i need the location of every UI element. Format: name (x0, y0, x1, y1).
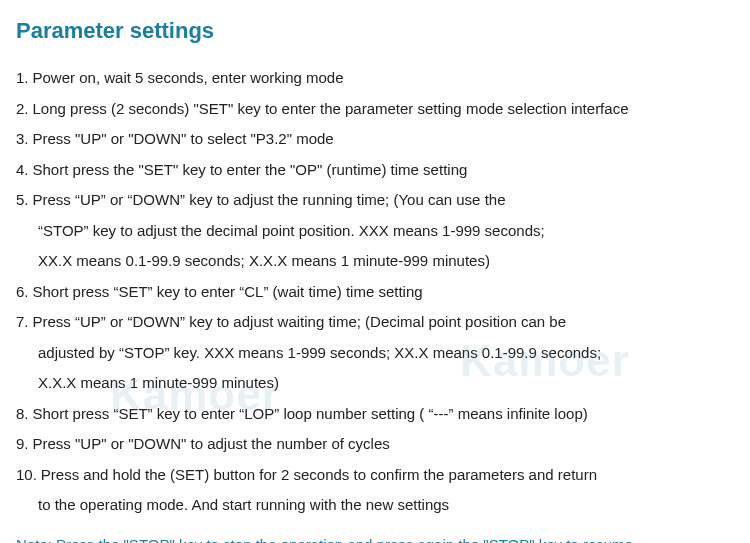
instruction-list: 1.Power on, wait 5 seconds, enter workin… (16, 64, 734, 520)
instruction-step: 10.Press and hold the (SET) button for 2… (16, 461, 734, 490)
step-text: Press “UP” or “DOWN” key to adjust waiti… (33, 308, 734, 337)
step-text-continuation: “STOP” key to adjust the decimal point p… (16, 217, 734, 246)
step-number: 2. (16, 95, 29, 124)
step-text: Press "UP" or "DOWN" to adjust the numbe… (33, 430, 734, 459)
instruction-step: 9.Press "UP" or "DOWN" to adjust the num… (16, 430, 734, 459)
step-text-continuation: X.X.X means 1 minute-999 minutes) (16, 369, 734, 398)
step-number: 10. (16, 461, 37, 490)
step-text: Press and hold the (SET) button for 2 se… (41, 461, 734, 490)
step-number: 8. (16, 400, 29, 429)
step-text-continuation: adjusted by “STOP” key. XXX means 1-999 … (16, 339, 734, 368)
step-number: 6. (16, 278, 29, 307)
instruction-step: 3.Press "UP" or "DOWN" to select "P3.2" … (16, 125, 734, 154)
instruction-step: 2.Long press (2 seconds) "SET" key to en… (16, 95, 734, 124)
step-number: 4. (16, 156, 29, 185)
step-text: Short press the "SET" key to enter the "… (33, 156, 734, 185)
step-text: Press "UP" or "DOWN" to select "P3.2" mo… (33, 125, 734, 154)
step-text: Long press (2 seconds) "SET" key to ente… (33, 95, 734, 124)
step-number: 3. (16, 125, 29, 154)
instruction-step: 6.Short press “SET” key to enter “CL” (w… (16, 278, 734, 307)
instruction-step: 4.Short press the "SET" key to enter the… (16, 156, 734, 185)
step-text: Short press “SET” key to enter “LOP” loo… (33, 400, 734, 429)
instruction-step: 5.Press “UP” or “DOWN” key to adjust the… (16, 186, 734, 215)
page-title: Parameter settings (16, 18, 734, 44)
step-number: 5. (16, 186, 29, 215)
step-text: Short press “SET” key to enter “CL” (wai… (33, 278, 734, 307)
instruction-step: 7.Press “UP” or “DOWN” key to adjust wai… (16, 308, 734, 337)
step-text: Press “UP” or “DOWN” key to adjust the r… (33, 186, 734, 215)
instruction-step: 1.Power on, wait 5 seconds, enter workin… (16, 64, 734, 93)
note-text: Note: Press the "STOP" key to stop the o… (16, 534, 734, 544)
step-text: Power on, wait 5 seconds, enter working … (33, 64, 734, 93)
step-number: 7. (16, 308, 29, 337)
step-number: 9. (16, 430, 29, 459)
instruction-step: 8.Short press “SET” key to enter “LOP” l… (16, 400, 734, 429)
step-text-continuation: XX.X means 0.1-99.9 seconds; X.X.X means… (16, 247, 734, 276)
step-number: 1. (16, 64, 29, 93)
step-text-continuation: to the operating mode. And start running… (16, 491, 734, 520)
